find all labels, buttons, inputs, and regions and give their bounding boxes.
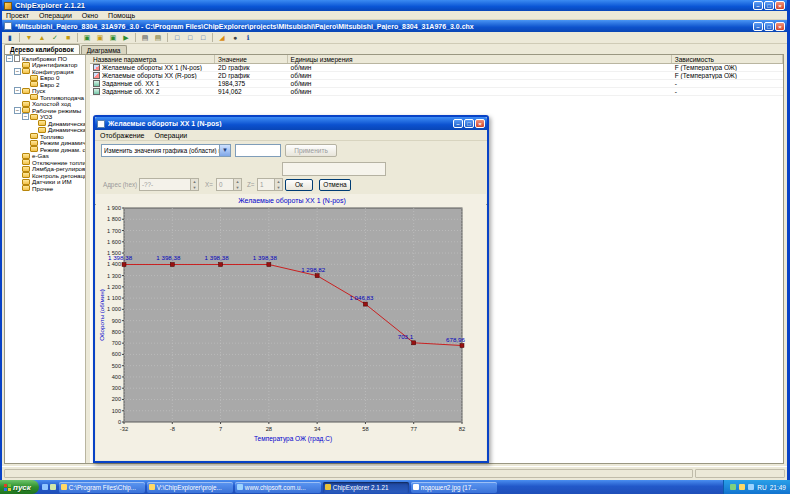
- ok-button[interactable]: Ок: [285, 179, 313, 191]
- dialog-maximize-button[interactable]: □: [464, 119, 474, 128]
- copy-icon: ▤: [142, 34, 149, 42]
- menu-item-1[interactable]: Операции: [38, 12, 73, 19]
- folder-open-icon[interactable]: ▣: [81, 32, 93, 43]
- ie-icon[interactable]: [42, 484, 48, 490]
- erase-chip-icon[interactable]: ■: [62, 32, 74, 43]
- column-header-1[interactable]: Значение: [215, 55, 288, 63]
- action-select[interactable]: Изменить значения графика (области) на з…: [101, 144, 231, 157]
- tree-expander-icon[interactable]: −: [14, 68, 21, 75]
- menu-item-3[interactable]: Помощь: [107, 12, 136, 19]
- doc-close-button[interactable]: ×: [775, 22, 785, 31]
- copy-icon[interactable]: ▤: [139, 32, 151, 43]
- value-icon: [93, 80, 100, 87]
- window-cascade-icon[interactable]: □: [171, 32, 183, 43]
- data-point[interactable]: [460, 344, 464, 348]
- language-indicator[interactable]: RU: [757, 484, 766, 491]
- folder-icon: [22, 185, 30, 191]
- table-row[interactable]: Заданные об. XX 11984,375об/мин-: [90, 80, 783, 88]
- folder-icon: [22, 68, 30, 74]
- close-button[interactable]: ×: [775, 1, 785, 10]
- desktop-icon[interactable]: [50, 484, 56, 490]
- start-button[interactable]: пуск: [0, 480, 39, 494]
- dialog-close-button[interactable]: ×: [475, 119, 485, 128]
- write-chip-icon[interactable]: ▲: [36, 32, 48, 43]
- paste-icon[interactable]: ▤: [152, 32, 164, 43]
- cancel-button[interactable]: Отмена: [319, 179, 351, 191]
- column-header-3[interactable]: Зависимость: [672, 55, 783, 63]
- volume-icon[interactable]: [739, 484, 745, 490]
- chevron-down-icon[interactable]: ▼: [219, 145, 230, 156]
- info-icon[interactable]: ℹ: [242, 32, 254, 43]
- spinner-arrows-icon[interactable]: ▲▼: [233, 179, 241, 190]
- tree-expander-icon[interactable]: −: [14, 107, 21, 114]
- param-name: Желаемые обороты XX (R-pos): [102, 72, 197, 79]
- taskbar-button-3[interactable]: ChipExplorer 2.1.21: [323, 482, 409, 493]
- data-point[interactable]: [412, 341, 416, 345]
- dialog-menubar: Отображение Операции: [95, 130, 487, 141]
- y-tick-label: 1 400: [107, 261, 121, 267]
- address-field[interactable]: -??- ▲▼: [139, 178, 199, 191]
- param-name: Заданные об. XX 2: [102, 88, 159, 95]
- window-tile-icon[interactable]: □: [184, 32, 196, 43]
- data-point[interactable]: [219, 262, 223, 266]
- x-tick-label: 7: [219, 426, 222, 432]
- taskbar-button-1[interactable]: V:\ChipExplorer\proje...: [147, 482, 233, 493]
- menu-item-0[interactable]: Проект: [5, 12, 30, 19]
- document-titlebar: *Mitsubishi_Pajero_8304_31A976_3.0 - C:\…: [2, 20, 787, 32]
- minimize-button[interactable]: –: [753, 1, 763, 10]
- spinner-arrows-icon[interactable]: ▲▼: [274, 179, 282, 190]
- tree-expander-icon[interactable]: −: [6, 55, 13, 62]
- data-point[interactable]: [315, 274, 319, 278]
- data-point[interactable]: [170, 262, 174, 266]
- table-row[interactable]: Желаемые обороты XX 1 (N-pos)2D графикоб…: [90, 64, 783, 72]
- folder-icon: [30, 133, 38, 139]
- search-icon[interactable]: ●: [229, 32, 241, 43]
- x-stepper[interactable]: 0 ▲▼: [216, 178, 242, 191]
- clock[interactable]: 21:49: [770, 484, 786, 491]
- save-icon[interactable]: ▮: [4, 32, 16, 43]
- tree-expander-icon[interactable]: −: [22, 113, 29, 120]
- menu-display[interactable]: Отображение: [99, 132, 146, 139]
- doc-restore-button[interactable]: □: [764, 22, 774, 31]
- tab-diagram[interactable]: Диаграмма: [81, 45, 127, 54]
- y-tick-label: 900: [112, 318, 121, 324]
- chart-icon[interactable]: ◢: [216, 32, 228, 43]
- x-tick-label: -32: [120, 426, 128, 432]
- folder-up-icon[interactable]: ▶: [120, 32, 132, 43]
- z-stepper[interactable]: 1 ▲▼: [257, 178, 283, 191]
- column-header-2[interactable]: Единицы измерения: [288, 55, 672, 63]
- system-tray: RU21:49: [723, 480, 790, 494]
- tab-calibration-tree[interactable]: Дерево калибровок: [4, 44, 80, 54]
- dialog-titlebar[interactable]: Желаемые обороты XX 1 (N-pos) – □ ×: [95, 117, 487, 130]
- shield-icon[interactable]: [730, 484, 736, 490]
- param-name: Заданные об. XX 1: [102, 80, 159, 87]
- value-input[interactable]: [235, 144, 281, 157]
- doc-minimize-button[interactable]: –: [753, 22, 763, 31]
- verify-chip-icon[interactable]: ✓: [49, 32, 61, 43]
- spinner-arrows-icon[interactable]: ▲▼: [190, 179, 198, 190]
- erase-chip-icon: ■: [66, 34, 70, 41]
- display-icon[interactable]: [748, 484, 754, 490]
- apply-button[interactable]: Применить: [285, 144, 337, 157]
- taskbar-button-4[interactable]: подошел2.jpg (17...: [411, 482, 497, 493]
- taskbar-button-2[interactable]: www.chipsoft.com.u...: [235, 482, 321, 493]
- table-row[interactable]: Заданные об. XX 2914,062об/мин-: [90, 88, 783, 96]
- read-chip-icon[interactable]: ▼: [23, 32, 35, 43]
- folder-save-icon[interactable]: ▣: [94, 32, 106, 43]
- maximize-button[interactable]: □: [764, 1, 774, 10]
- param-units: об/мин: [288, 88, 672, 95]
- tree-expander-icon[interactable]: −: [14, 87, 21, 94]
- data-point[interactable]: [122, 262, 126, 266]
- folder-add-icon[interactable]: ▣: [107, 32, 119, 43]
- data-point[interactable]: [267, 262, 271, 266]
- dialog-minimize-button[interactable]: –: [453, 119, 463, 128]
- tree-item-20[interactable]: Прочее: [5, 185, 85, 192]
- table-row[interactable]: Желаемые обороты XX (R-pos)2D графикоб/м…: [90, 72, 783, 80]
- data-point[interactable]: [363, 302, 367, 306]
- menu-operations[interactable]: Операции: [154, 132, 189, 139]
- window-close-icon[interactable]: □: [197, 32, 209, 43]
- folder-icon: [30, 140, 38, 146]
- taskbar-button-0[interactable]: C:\Program Files\Chip...: [59, 482, 145, 493]
- column-header-0[interactable]: Название параметра: [90, 55, 215, 63]
- menu-item-2[interactable]: Окно: [81, 12, 99, 19]
